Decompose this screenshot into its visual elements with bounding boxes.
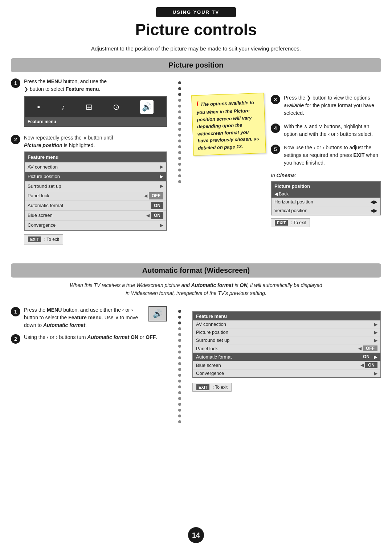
auto-val: ON [151,202,163,209]
warning-icon: ! [196,100,199,108]
s2-item-convergence: Convergence ▶ [193,369,380,377]
feature-menu-label: Feature menu [25,117,166,126]
dot-17 [178,174,181,177]
s2-off-bold: OFF [146,334,156,340]
s2-dot-5 [178,333,181,336]
step4-number: 4 [271,124,280,133]
vertical-label: Vertical position [274,208,307,213]
step4: 4 With the ∧ and ∨ buttons, highlight an… [271,123,381,138]
s2-item-auto: Automatic format ON ▶ [193,353,380,361]
s2-picture-arrow: ▶ [374,330,377,335]
dot-18 [178,180,181,183]
dot-5 [178,105,181,108]
av-arrow: ▶ [160,163,163,170]
dot-9 [178,128,181,131]
s2-surround-arrow: ▶ [374,338,377,343]
s2-auto-bold2: Automatic format [87,334,129,340]
av-label: AV connection [28,163,58,171]
s2-panel-label: Panel lock [196,346,218,351]
speaker-icon: 🔊 [140,100,154,114]
dot-1 [178,81,181,84]
step4-content: With the ∧ and ∨ buttons, highlight an o… [284,123,381,138]
vertical-arrows: ◀▶ [370,208,377,213]
step5-content: Now use the ‹ or › buttons to adjust the… [284,144,381,167]
exit-button-2[interactable]: EXIT [275,220,288,226]
s2-dot-20 [178,420,181,423]
dots-column [174,78,185,249]
s2-dot-11 [178,368,181,371]
s2-av-arrow: ▶ [374,322,377,327]
step2: 2 Now repeatedly press the ∨ button unti… [11,134,167,244]
s2-auto-italic: Automatic format [43,322,85,328]
s2-dot-16 [178,397,181,400]
step3: 3 Press the ❯ button to view the options… [271,94,381,117]
dot-10 [178,134,181,137]
menu-item-blue: Blue screen ◀ ON [25,211,166,221]
section2-header: Automatic format (Widescreen) [11,263,381,278]
surround-label: Surround set up [28,183,61,190]
dot-2 [178,87,181,90]
s2-step1: 1 Press the MENU button, and use either … [11,306,167,329]
step2-content: Now repeatedly press the ∨ button until … [24,134,167,244]
s2-step1-number: 1 [11,307,20,316]
page-number: 14 [188,527,204,543]
blue-right: ◀ ON [146,212,163,219]
auto-right: ON [151,202,163,209]
s2-auto-val: ON [360,354,372,360]
blue-label: Blue screen [28,212,53,219]
s2-step2: 2 Using the ‹ or › buttons turn Automati… [11,333,167,344]
exit-text-3: : To exit [213,385,228,390]
blue-left-arrow: ◀ [146,212,150,219]
s2-dot-10 [178,362,181,365]
menu-icons-row: ▪ ♪ ⊞ ⊙ 🔊 [25,97,166,117]
step1-content: Press the MENU button, and use the ❯ but… [24,78,167,130]
dot-4 [178,99,181,102]
feature-menu-bold: Feature menu [66,86,99,92]
exit-bar-1: EXIT : To exit [24,234,63,244]
s2-dot-8 [178,351,181,353]
exit-text-2: : To exit [291,220,306,225]
exit-bar-3: EXIT : To exit [192,383,232,392]
s2-panel-val: OFF [363,345,377,351]
s2-auto-label: Automatic format [196,354,232,360]
menu-list-header: Feature menu [25,152,166,162]
step1-number: 1 [11,78,20,88]
s2-step1-content: Press the MENU button, and use either th… [24,306,145,329]
s2-dot-2 [178,316,181,319]
convergence-label: Convergence [28,222,56,229]
panel-left-arrow: ◀ [144,193,147,199]
dot-7 [178,116,181,119]
s2-panel-arrow: ◀ [358,346,362,351]
dots-column-s2 [174,306,185,423]
s2-dot-15 [178,391,181,394]
s2-blue-label: Blue screen [196,363,221,368]
s2-blue-arrow: ◀ [360,363,364,368]
s2-dot-14 [178,385,181,388]
dot-13 [178,151,181,154]
in-cinema-label: In Cinema: [271,173,381,178]
menu-item-auto: Automatic format ON [25,201,166,211]
menu-item-av: AV connection ▶ [25,162,166,172]
s2-convergence-arrow: ▶ [374,371,377,376]
picture-pos-submenu: Picture position ◀ Back Horizontal posit… [271,181,381,215]
tv-icon: ▪ [37,101,40,113]
exit-button-1[interactable]: EXIT [28,236,41,242]
dot-11 [178,139,181,142]
step2-number: 2 [11,135,20,144]
warning-text: The options available to you when in the… [197,100,259,151]
right-steps: 3 Press the ❯ button to view the options… [271,94,381,227]
exit-button-3[interactable]: EXIT [196,384,209,390]
menu-item-picture-pos: Picture position ▶ [25,172,166,182]
page-title: Picture controls [0,21,392,39]
s2-dot-7 [178,345,181,348]
s2-dot-19 [178,415,181,417]
section1-header: Picture position [11,58,381,72]
dot-6 [178,110,181,113]
s2-menu-bold: MENU [47,307,62,313]
s2-auto-arrow: ▶ [374,354,377,360]
picture-position-italic: Picture position [24,142,62,148]
s2-blue-right: ◀ ON [360,362,377,368]
exit-bold: EXIT [353,152,364,158]
step5-number: 5 [271,145,280,154]
s2-av-label: AV connection [196,322,226,327]
